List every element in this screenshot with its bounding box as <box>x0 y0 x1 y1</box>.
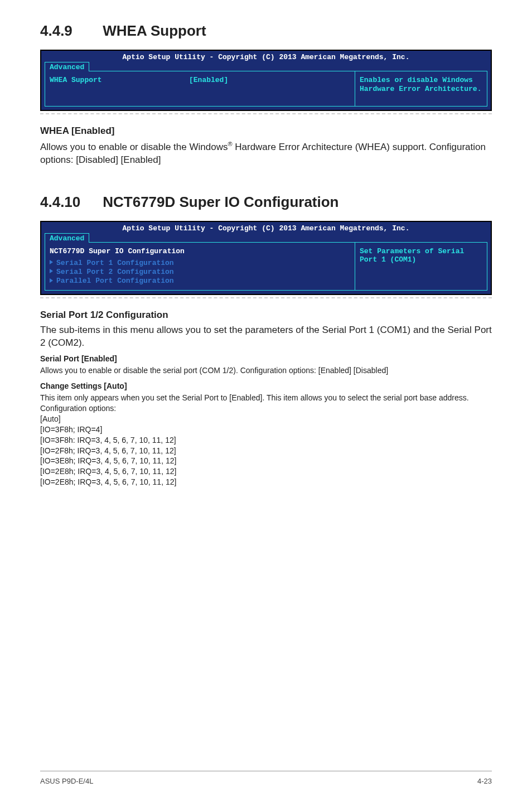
footer-page-number: 4-23 <box>477 777 492 785</box>
section-heading-449: 4.4.9 WHEA Support <box>40 22 492 40</box>
serialport-paragraph: The sub-items in this menu allows you to… <box>40 324 492 350</box>
bios-help-pane: Enables or disable Windows Hardware Erro… <box>355 71 487 106</box>
change-settings-opt: [IO=2E8h; IRQ=3, 4, 5, 6, 7, 10, 11, 12] <box>40 477 492 487</box>
divider <box>40 297 492 298</box>
change-settings-opt: [IO=3F8h; IRQ=4] <box>40 424 492 435</box>
bios-window-449: Aptio Setup Utility - Copyright (C) 2013… <box>40 50 492 111</box>
registered-mark: ® <box>228 141 232 147</box>
change-settings-opt: [IO=3F8h: IRQ=3, 4, 5, 6, 7, 10, 11, 12] <box>40 435 492 446</box>
bios-body: WHEA Support [Enabled] Enables or disabl… <box>45 71 487 107</box>
bios-tab-advanced[interactable]: Advanced <box>45 62 89 71</box>
bios-tab-advanced[interactable]: Advanced <box>45 233 89 243</box>
change-settings-opt: [IO=3E8h; IRQ=3, 4, 5, 6, 7, 10, 11, 12] <box>40 456 492 466</box>
section-number: 4.4.9 <box>40 22 99 40</box>
sp-enabled-paragraph: Allows you to enable or disable the seri… <box>40 365 492 376</box>
bios-window-4410: Aptio Setup Utility - Copyright (C) 2013… <box>40 221 492 296</box>
whea-text-pre: Allows you to enable or disable the Wind… <box>40 142 228 152</box>
change-settings-opt: [IO=2F8h; IRQ=3, 4, 5, 6, 7, 10, 11, 12] <box>40 446 492 456</box>
bios-help-text: Enables or disable Windows Hardware Erro… <box>360 76 481 93</box>
change-settings-opt: [Auto] <box>40 414 492 424</box>
bios-menu-serial2[interactable]: Serial Port 2 Configuration <box>50 268 350 277</box>
section-title: WHEA Support <box>103 22 206 39</box>
bios-left-pane: WHEA Support [Enabled] <box>45 71 355 106</box>
bios-option-value: [Enabled] <box>189 76 228 84</box>
bios-panel-header: NCT6779D Super IO Configuration <box>50 247 350 255</box>
whea-paragraph: Allows you to enable or disable the Wind… <box>40 140 492 167</box>
subheading-whea: WHEA [Enabled] <box>40 125 492 137</box>
page-footer: ASUS P9D-E/4L 4-23 <box>40 771 492 785</box>
bios-option-row[interactable]: WHEA Support [Enabled] <box>50 76 350 84</box>
bios-title-row: Aptio Setup Utility - Copyright (C) 2013… <box>41 51 491 61</box>
bios-menu-parallel[interactable]: Parallel Port Configuration <box>50 277 350 286</box>
bios-help-text: Set Parameters of Serial Port 1 (COM1) <box>360 247 464 264</box>
bios-body: NCT6779D Super IO Configuration Serial P… <box>45 242 487 291</box>
change-settings-paragraph: This item only appears when you set the … <box>40 393 492 414</box>
bios-option-label: WHEA Support <box>50 76 189 84</box>
sp-enabled-heading: Serial Port [Enabled] <box>40 354 492 363</box>
bios-tab-row: Advanced <box>41 233 491 242</box>
section-title: NCT6779D Super IO Configuration <box>103 194 338 210</box>
divider <box>40 113 492 114</box>
change-settings-heading: Change Settings [Auto] <box>40 381 492 390</box>
section-heading-4410: 4.4.10 NCT6779D Super IO Configuration <box>40 194 492 211</box>
bios-left-pane: NCT6779D Super IO Configuration Serial P… <box>45 243 355 291</box>
bios-title-row: Aptio Setup Utility - Copyright (C) 2013… <box>41 222 491 233</box>
bios-title-text: Aptio Setup Utility - Copyright (C) 2013… <box>45 224 487 233</box>
subheading-serialport: Serial Port 1/2 Configuration <box>40 310 492 321</box>
bios-menu-serial1[interactable]: Serial Port 1 Configuration <box>50 259 350 268</box>
change-settings-opt: [IO=2E8h; IRQ=3, 4, 5, 6, 7, 10, 11, 12] <box>40 466 492 477</box>
section-number: 4.4.10 <box>40 194 99 211</box>
bios-help-pane: Set Parameters of Serial Port 1 (COM1) <box>355 243 487 291</box>
bios-title-text: Aptio Setup Utility - Copyright (C) 2013… <box>45 53 487 61</box>
bios-tab-row: Advanced <box>41 61 491 71</box>
footer-model: ASUS P9D-E/4L <box>40 777 93 785</box>
